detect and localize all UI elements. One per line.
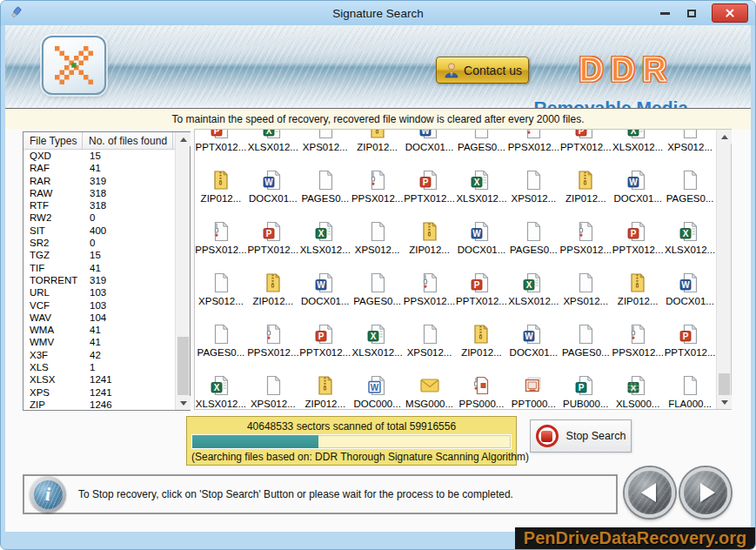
table-scrollbar[interactable] bbox=[175, 132, 190, 410]
recovered-file-item[interactable]: PPTX012... bbox=[404, 157, 456, 208]
table-row[interactable]: TIF41 bbox=[23, 262, 175, 274]
table-row[interactable]: ZIP1246 bbox=[23, 399, 175, 410]
recovered-file-item[interactable]: PPTX012... bbox=[559, 130, 612, 157]
recovered-file-item[interactable]: XLSX012... bbox=[247, 130, 299, 157]
recovered-file-item[interactable]: PPTX012... bbox=[247, 208, 299, 259]
recovered-file-item[interactable]: PPSX012... bbox=[404, 259, 456, 311]
back-button[interactable] bbox=[625, 467, 675, 518]
recovered-file-item[interactable]: PPSX012... bbox=[559, 208, 612, 259]
table-row[interactable]: XPS1241 bbox=[23, 386, 175, 399]
recovered-file-item[interactable]: ZIP012... bbox=[351, 130, 404, 157]
table-row[interactable]: WMV41 bbox=[23, 336, 175, 348]
table-row[interactable]: SR20 bbox=[23, 237, 175, 249]
forward-button[interactable] bbox=[680, 467, 731, 518]
recovered-file-item[interactable]: PPTX012... bbox=[195, 130, 247, 157]
stop-search-button[interactable]: Stop Search bbox=[530, 419, 632, 453]
recovered-file-item[interactable]: DOCX01... bbox=[299, 259, 351, 311]
recovered-file-item[interactable]: XPS012... bbox=[299, 130, 351, 157]
table-row[interactable]: QXD15 bbox=[23, 150, 175, 162]
recovered-file-item[interactable]: ZIP012... bbox=[299, 362, 351, 409]
recovered-file-item[interactable]: DOCX01... bbox=[612, 157, 664, 208]
recovered-file-item[interactable]: PPSX012... bbox=[247, 311, 299, 362]
recovered-file-item[interactable]: DOCX01... bbox=[247, 157, 299, 208]
table-row[interactable]: URL103 bbox=[23, 286, 175, 298]
table-row[interactable]: WMA41 bbox=[23, 324, 175, 336]
recovered-file-item[interactable]: ZIP012... bbox=[404, 208, 456, 259]
recovered-file-item[interactable]: ZIP012... bbox=[456, 311, 508, 362]
table-row[interactable]: XLSX1241 bbox=[23, 373, 175, 386]
recovered-file-item[interactable]: XLSX012... bbox=[299, 208, 351, 259]
column-header-files-found[interactable]: No. of files found bbox=[83, 132, 173, 149]
table-row[interactable]: RAR319 bbox=[23, 175, 175, 187]
recovered-file-item[interactable]: PUB000... bbox=[559, 362, 612, 409]
recovered-file-item[interactable]: XPS012... bbox=[404, 311, 456, 362]
recovered-file-item[interactable]: ZIP012... bbox=[612, 259, 664, 311]
recovered-file-item[interactable]: PAGES0... bbox=[195, 311, 247, 362]
recovered-file-item[interactable]: PPSX012... bbox=[507, 130, 559, 157]
recovered-file-item[interactable]: XPS012... bbox=[247, 362, 299, 409]
recovered-file-item[interactable]: PAGES0... bbox=[299, 157, 351, 208]
recovered-file-item[interactable]: XLSX012... bbox=[351, 311, 404, 362]
column-header-file-types[interactable]: File Types bbox=[23, 132, 83, 149]
table-row[interactable]: RAF41 bbox=[23, 162, 175, 174]
recovered-file-item[interactable]: XLSX012... bbox=[664, 208, 716, 259]
table-row[interactable]: XLS1 bbox=[23, 361, 175, 373]
recovered-file-item[interactable]: PPTX012... bbox=[612, 208, 664, 259]
recovered-file-item[interactable]: PAGES0... bbox=[559, 311, 612, 362]
recovered-file-item[interactable]: PPTX012... bbox=[299, 311, 351, 362]
scrollbar-thumb[interactable] bbox=[177, 337, 189, 395]
recovered-file-item[interactable]: PPSX012... bbox=[351, 157, 404, 208]
recovered-file-item[interactable]: MSG000... bbox=[404, 362, 456, 409]
recovered-file-item[interactable]: PPSX012... bbox=[612, 311, 664, 362]
scroll-down-button[interactable] bbox=[717, 395, 732, 409]
recovered-file-item[interactable]: DOCX01... bbox=[456, 208, 508, 259]
flower-logo-icon bbox=[55, 46, 93, 84]
scroll-up-button[interactable] bbox=[176, 132, 191, 146]
close-button[interactable] bbox=[712, 3, 748, 23]
recovered-file-item[interactable]: XLSX012... bbox=[507, 259, 559, 311]
recovered-file-item[interactable]: PAGES0... bbox=[664, 157, 716, 208]
table-row[interactable]: TORRENT319 bbox=[23, 274, 175, 286]
table-row[interactable]: RAW318 bbox=[23, 187, 175, 199]
file-name-label: PAGES0... bbox=[353, 295, 401, 308]
recovered-file-item[interactable]: XPS012... bbox=[351, 208, 404, 259]
minimize-button[interactable] bbox=[658, 6, 672, 20]
recovered-file-item[interactable]: DOCX01... bbox=[664, 259, 716, 311]
maximize-button[interactable] bbox=[685, 6, 699, 20]
recovered-file-item[interactable]: PPS000... bbox=[456, 362, 508, 409]
recovered-file-item[interactable]: DOCX01... bbox=[507, 311, 559, 362]
grid-scrollbar[interactable] bbox=[716, 130, 731, 409]
recovered-file-item[interactable]: PPTX012... bbox=[456, 259, 508, 311]
table-row[interactable]: WAV104 bbox=[23, 312, 175, 324]
recovered-file-item[interactable]: XLSX012... bbox=[456, 157, 508, 208]
recovered-file-item[interactable]: PAGES0... bbox=[456, 130, 508, 157]
recovered-file-item[interactable]: PPSX012... bbox=[195, 208, 247, 259]
recovered-file-item[interactable]: XLSX012... bbox=[195, 362, 247, 409]
table-row[interactable]: VCF103 bbox=[23, 299, 175, 312]
recovered-file-item[interactable]: XPS012... bbox=[507, 157, 559, 208]
recovered-file-item[interactable]: ZIP012... bbox=[559, 157, 612, 208]
recovered-file-item[interactable]: DOCX01... bbox=[404, 130, 456, 157]
table-row[interactable]: SIT400 bbox=[23, 225, 175, 237]
table-row[interactable]: RTF318 bbox=[23, 199, 175, 211]
table-row[interactable]: TGZ15 bbox=[23, 249, 175, 261]
recovered-file-item[interactable]: XPS012... bbox=[559, 259, 612, 311]
recovered-file-item[interactable]: ZIP012... bbox=[247, 259, 299, 311]
table-row[interactable]: RW20 bbox=[23, 211, 175, 224]
recovered-file-item[interactable]: PAGES0... bbox=[507, 208, 559, 259]
recovered-file-item[interactable]: XLS000... bbox=[612, 362, 664, 409]
recovered-file-item[interactable]: DOC000... bbox=[351, 362, 404, 409]
recovered-file-item[interactable]: FLA000... bbox=[664, 362, 716, 409]
recovered-file-item[interactable]: PPT000... bbox=[507, 362, 559, 409]
scroll-up-button[interactable] bbox=[717, 130, 732, 144]
recovered-file-item[interactable]: XPS012... bbox=[195, 259, 247, 311]
table-row[interactable]: X3F42 bbox=[23, 349, 175, 361]
recovered-file-item[interactable]: PAGES0... bbox=[351, 259, 404, 311]
recovered-file-item[interactable]: ZIP012... bbox=[195, 157, 247, 208]
recovered-file-item[interactable]: XPS012... bbox=[664, 130, 716, 157]
contact-us-button[interactable]: Contact us bbox=[436, 57, 529, 84]
recovered-file-item[interactable]: PPTX012... bbox=[664, 311, 716, 362]
recovered-file-item[interactable]: XLSX012... bbox=[612, 130, 664, 157]
file-name-label: PPSX012... bbox=[247, 346, 298, 359]
scroll-down-button[interactable] bbox=[176, 396, 191, 410]
